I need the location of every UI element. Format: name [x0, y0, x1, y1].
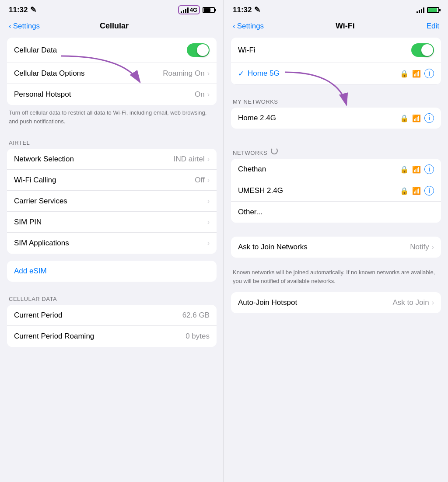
wifi-toggle-item: Wi-Fi	[231, 38, 441, 63]
wifi-toggle-knob	[421, 44, 433, 56]
connected-network-item[interactable]: ✓ Home 5G 🔒 📶 i	[231, 63, 441, 84]
ask-to-join-note: Known networks will be joined automatica…	[224, 265, 448, 292]
airtel-card: Network Selection IND airtel › Wi-Fi Cal…	[7, 149, 217, 254]
chethan-label: Chethan	[238, 165, 266, 174]
umesh-2-4g-item[interactable]: UMESH 2.4G 🔒 📶 i	[231, 180, 441, 202]
home-2-4g-icons: 🔒 📶 i	[400, 113, 434, 123]
carrier-services-item[interactable]: Carrier Services ›	[7, 191, 217, 212]
nav-bar-left: ‹ Settings Cellular	[0, 18, 224, 36]
personal-hotspot-label: Personal Hotspot	[14, 90, 71, 99]
status-time-right: 11:32 ✎	[233, 5, 260, 14]
cellular-data-options-right: Roaming On ›	[163, 69, 210, 78]
back-button-right[interactable]: ‹ Settings	[233, 22, 264, 31]
personal-hotspot-item[interactable]: Personal Hotspot On ›	[7, 84, 217, 105]
wifi-calling-right: Off ›	[195, 176, 210, 185]
home-2-4g-item[interactable]: Home 2.4G 🔒 📶 i	[231, 108, 441, 129]
wifi-icon-connected: 📶	[412, 70, 421, 78]
chevron-icon-sim-pin: ›	[207, 218, 210, 226]
toggle-knob	[197, 44, 209, 56]
networks-section-header: NETWORKS	[224, 143, 448, 159]
info-button-chethan[interactable]: i	[424, 164, 434, 174]
cellular-data-item: Cellular Data	[7, 38, 217, 63]
wifi-icon-chethan: 📶	[412, 165, 421, 174]
lock-icon-connected: 🔒	[400, 70, 409, 78]
signal-bar-r4	[423, 7, 424, 13]
my-networks-label: MY NETWORKS	[224, 91, 448, 108]
chevron-icon-carrier: ›	[207, 197, 210, 205]
sim-pin-label: SIM PIN	[14, 218, 42, 227]
back-button-left[interactable]: ‹ Settings	[9, 22, 40, 31]
add-esim-item[interactable]: Add eSIM	[7, 261, 217, 282]
lock-icon-chethan: 🔒	[400, 165, 409, 174]
person-icon-right: ✎	[254, 5, 260, 14]
lock-icon-umesh: 🔒	[400, 187, 409, 195]
battery-icon-right	[427, 7, 439, 13]
other-networks-label: Other...	[238, 208, 262, 217]
person-icon-left: ✎	[30, 5, 36, 14]
signal-bar-3	[185, 9, 186, 13]
info-button-umesh[interactable]: i	[424, 186, 434, 196]
chevron-icon-autojoin: ›	[432, 299, 434, 307]
cellular-data-card: Current Period 62.6 GB Current Period Ro…	[7, 305, 217, 347]
edit-button[interactable]: Edit	[427, 22, 439, 31]
cellular-data-options-item[interactable]: Cellular Data Options Roaming On ›	[7, 63, 217, 84]
status-time-left: 11:32 ✎	[9, 5, 36, 14]
umesh-icons: 🔒 📶 i	[400, 186, 434, 196]
battery-icon-left	[203, 7, 215, 13]
cellular-data-options-label: Cellular Data Options	[14, 69, 85, 78]
page-title-left: Cellular	[100, 21, 129, 31]
network-selection-right: IND airtel ›	[174, 155, 210, 164]
chethan-icons: 🔒 📶 i	[400, 164, 434, 174]
home-2-4g-label: Home 2.4G	[238, 114, 276, 122]
current-period-right: 62.6 GB	[182, 311, 210, 320]
info-button-connected[interactable]: i	[424, 69, 434, 78]
signal-bars-left	[181, 7, 189, 13]
scroll-content-right: Wi-Fi ✓ Home 5G 🔒 📶 i MY NETWORKS	[224, 36, 448, 482]
umesh-2-4g-label: UMESH 2.4G	[238, 186, 283, 195]
network-selection-label: Network Selection	[14, 155, 74, 164]
status-right-left: 4G	[178, 5, 215, 14]
auto-join-hotspot-item[interactable]: Auto-Join Hotspot Ask to Join ›	[231, 292, 441, 313]
battery-fill-right	[428, 8, 437, 12]
scroll-content-left: Cellular Data Cellular Data Options Roam…	[0, 36, 224, 482]
ask-to-join-item[interactable]: Ask to Join Networks Notify ›	[231, 237, 441, 258]
cellular-data-section-label: CELLULAR DATA	[0, 289, 224, 305]
signal-bar-4	[187, 7, 189, 13]
lock-icon-home24: 🔒	[400, 114, 409, 122]
signal-bar-1	[181, 11, 182, 13]
current-period-item: Current Period 62.6 GB	[7, 305, 217, 326]
nav-bar-right: ‹ Settings Wi-Fi Edit	[224, 18, 448, 36]
battery-fill-left	[204, 8, 210, 12]
chevron-icon-hotspot: ›	[207, 91, 210, 98]
chethan-item[interactable]: Chethan 🔒 📶 i	[231, 159, 441, 180]
wifi-calling-item[interactable]: Wi-Fi Calling Off ›	[7, 170, 217, 191]
personal-hotspot-right: On ›	[195, 90, 210, 99]
carrier-services-label: Carrier Services	[14, 197, 67, 206]
cellular-data-toggle[interactable]	[187, 43, 210, 57]
sim-applications-item[interactable]: SIM Applications ›	[7, 233, 217, 254]
auto-join-hotspot-card: Auto-Join Hotspot Ask to Join ›	[231, 292, 441, 313]
sim-pin-item[interactable]: SIM PIN ›	[7, 212, 217, 233]
network-selection-item[interactable]: Network Selection IND airtel ›	[7, 149, 217, 170]
wifi-icon-umesh: 📶	[412, 187, 421, 195]
chevron-icon-network: ›	[207, 155, 210, 163]
chevron-icon-ask: ›	[432, 243, 434, 251]
wifi-toggle[interactable]	[411, 43, 434, 57]
networks-label: NETWORKS	[224, 143, 271, 159]
auto-join-hotspot-right: Ask to Join ›	[393, 298, 434, 307]
section-gap-2	[224, 230, 448, 237]
carrier-services-right: ›	[207, 197, 210, 205]
cellular-info-note: Turn off cellular data to restrict all d…	[0, 105, 224, 133]
checkmark-icon: ✓	[238, 69, 244, 78]
ask-to-join-right: Notify ›	[410, 243, 434, 251]
section-gap-1	[224, 136, 448, 143]
sim-applications-label: SIM Applications	[14, 239, 69, 248]
signal-bar-r3	[421, 9, 422, 13]
chevron-icon-wifi-calling: ›	[207, 176, 210, 184]
info-button-home24[interactable]: i	[424, 113, 434, 123]
wifi-toggle-label: Wi-Fi	[238, 46, 256, 55]
current-period-roaming-label: Current Period Roaming	[14, 332, 94, 341]
other-networks-item[interactable]: Other...	[231, 202, 441, 223]
cellular-data-label: Cellular Data	[14, 46, 57, 55]
networks-card: Chethan 🔒 📶 i UMESH 2.4G 🔒 📶 i Other...	[231, 159, 441, 223]
